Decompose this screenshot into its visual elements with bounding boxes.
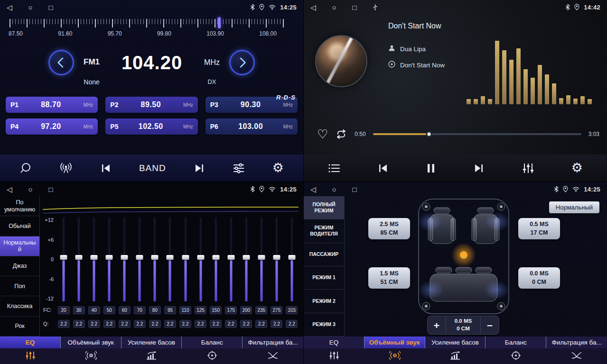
playlist-icon[interactable] xyxy=(328,163,340,173)
tab-balance[interactable]: Баланс xyxy=(486,337,546,364)
slider-handle[interactable] xyxy=(106,255,113,260)
slider-handle[interactable] xyxy=(151,255,159,260)
eq-preset-item[interactable]: Джаз xyxy=(0,256,39,276)
delay-increase-button[interactable]: + xyxy=(428,320,446,330)
eq-band-slider[interactable] xyxy=(162,217,177,301)
eq-band-slider[interactable] xyxy=(269,217,284,301)
eq-band-slider[interactable] xyxy=(254,217,269,301)
slider-handle[interactable] xyxy=(197,255,204,260)
surround-mode-item[interactable]: РЕЖИМ 3 xyxy=(304,313,344,337)
slider-handle[interactable] xyxy=(167,255,174,260)
slider-handle[interactable] xyxy=(273,255,280,260)
delay-front-right[interactable]: 0.5 MS 17 CM xyxy=(518,218,560,239)
nav-back-button[interactable]: ◁ xyxy=(7,186,12,193)
radio-preset-p1[interactable]: P1 88.70 MHz xyxy=(6,97,98,113)
nav-recents-button[interactable]: □ xyxy=(353,4,357,11)
tuning-indicator[interactable] xyxy=(218,17,221,28)
eq-band-slider[interactable] xyxy=(178,217,193,301)
nav-home-button[interactable]: ○ xyxy=(28,186,33,193)
next-track-icon[interactable] xyxy=(473,163,485,174)
tab-eq[interactable]: EQ xyxy=(304,337,364,364)
nav-recents-button[interactable]: □ xyxy=(49,186,53,193)
sound-preset-button[interactable]: Нормальный xyxy=(549,201,599,213)
eq-preset-item[interactable]: Нормальный xyxy=(0,237,39,256)
delay-rear-left[interactable]: 1.5 MS 51 CM xyxy=(368,267,410,289)
eq-band-slider[interactable] xyxy=(239,217,254,301)
surround-mode-item[interactable]: ПАССАЖИР xyxy=(304,243,344,266)
repeat-icon[interactable] xyxy=(335,129,347,139)
broadcast-antenna-icon[interactable] xyxy=(59,162,73,174)
radio-preset-p6[interactable]: P6 103.00 MHz xyxy=(205,118,298,135)
band-button[interactable]: BAND xyxy=(139,163,166,173)
settings-gear-icon[interactable]: ⚙ xyxy=(571,162,583,174)
eq-band-slider[interactable] xyxy=(208,217,224,301)
slider-handle[interactable] xyxy=(75,255,83,260)
nav-home-button[interactable]: ○ xyxy=(332,186,336,193)
eq-band-slider[interactable] xyxy=(193,217,208,301)
radio-preset-p5[interactable]: P5 102.50 MHz xyxy=(105,118,197,135)
radio-preset-p4[interactable]: P4 97.20 MHz xyxy=(6,118,98,135)
slider-handle[interactable] xyxy=(288,255,295,260)
eq-band-slider[interactable] xyxy=(56,217,71,301)
slider-fill xyxy=(199,257,202,301)
delay-front-left[interactable]: 2.5 MS 85 CM xyxy=(368,218,410,239)
eq-band-slider[interactable] xyxy=(86,217,102,301)
slider-handle[interactable] xyxy=(212,255,219,260)
tab-eq[interactable]: EQ xyxy=(0,337,61,364)
eq-band-slider[interactable] xyxy=(102,217,117,301)
next-station-icon[interactable] xyxy=(194,163,205,174)
slider-handle[interactable] xyxy=(60,255,67,260)
nav-home-button[interactable]: ○ xyxy=(332,4,336,11)
eq-band-slider[interactable] xyxy=(224,217,239,301)
slider-handle[interactable] xyxy=(182,255,189,260)
slider-handle[interactable] xyxy=(91,255,98,260)
nav-back-button[interactable]: ◁ xyxy=(7,4,12,11)
eq-band-slider[interactable] xyxy=(132,217,147,301)
favorite-heart-icon[interactable]: ♡ xyxy=(317,128,328,140)
slider-handle[interactable] xyxy=(258,255,265,260)
surround-mode-item[interactable]: ПОЛНЫЙ РЕЖИМ xyxy=(304,196,344,219)
surround-mode-item[interactable]: РЕЖИМ 1 xyxy=(304,266,344,290)
previous-station-icon[interactable] xyxy=(100,163,112,174)
nav-recents-button[interactable]: □ xyxy=(49,4,53,11)
delay-rear-right[interactable]: 0.0 MS 0 CM xyxy=(518,267,560,289)
eq-band-slider[interactable] xyxy=(147,217,162,301)
tab-filter[interactable]: Фильтрация ба... xyxy=(546,337,607,364)
eq-preset-item[interactable]: Поп xyxy=(0,276,39,296)
eq-preset-item[interactable]: Обычай xyxy=(0,216,39,236)
previous-track-icon[interactable] xyxy=(377,163,389,174)
nav-back-button[interactable]: ◁ xyxy=(310,4,316,11)
pause-icon[interactable] xyxy=(426,163,436,174)
surround-mode-item[interactable]: РЕЖИМ ВОДИТЕЛЯ xyxy=(304,219,344,243)
tab-surround[interactable]: Объёмный звук xyxy=(364,337,425,364)
seek-up-button[interactable] xyxy=(229,50,255,75)
eq-band-slider[interactable] xyxy=(71,217,86,301)
tab-balance[interactable]: Баланс xyxy=(182,337,243,364)
eq-preset-item[interactable]: По умолчанию xyxy=(0,196,39,216)
nav-home-button[interactable]: ○ xyxy=(28,4,33,11)
settings-gear-icon[interactable]: ⚙ xyxy=(272,162,284,174)
tab-bass-boost[interactable]: Усиление басов xyxy=(425,337,486,364)
seek-down-button[interactable] xyxy=(48,50,74,75)
radio-preset-p2[interactable]: P2 89.50 MHz xyxy=(105,97,197,113)
slider-handle[interactable] xyxy=(227,255,234,260)
eq-preset-item[interactable]: Классика xyxy=(0,296,39,316)
nav-back-button[interactable]: ◁ xyxy=(310,186,316,193)
tab-bass-boost[interactable]: Усиление басов xyxy=(121,337,182,364)
seek-bar-knob[interactable] xyxy=(426,131,432,137)
eq-preset-item[interactable]: Рок xyxy=(0,317,39,337)
eq-band-slider[interactable] xyxy=(284,217,299,301)
surround-mode-item[interactable]: РЕЖИМ 2 xyxy=(304,290,344,313)
tab-surround[interactable]: Объёмный звук xyxy=(61,337,121,364)
seek-bar[interactable] xyxy=(373,133,581,135)
tuner-settings-sliders-icon[interactable] xyxy=(233,163,245,174)
slider-handle[interactable] xyxy=(121,255,128,260)
slider-handle[interactable] xyxy=(136,255,143,260)
eq-band-slider[interactable] xyxy=(117,217,132,301)
equalizer-faders-icon[interactable] xyxy=(522,163,534,174)
nav-recents-button[interactable]: □ xyxy=(353,186,357,193)
slider-handle[interactable] xyxy=(243,255,250,260)
scan-icon[interactable] xyxy=(19,162,32,174)
delay-decrease-button[interactable]: − xyxy=(481,320,499,330)
tab-filter[interactable]: Фильтрация ба... xyxy=(243,337,303,364)
